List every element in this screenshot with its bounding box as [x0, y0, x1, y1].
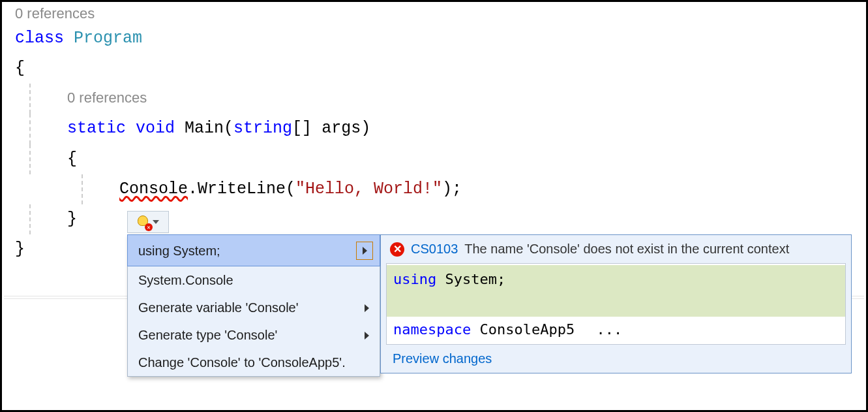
quickfix-item-generate-type[interactable]: Generate type 'Console' [128, 321, 380, 349]
error-span: Console [119, 180, 188, 198]
chevron-right-icon [365, 332, 369, 340]
quickfix-label: Change 'Console' to 'ConsoleApp5'. [138, 355, 346, 370]
code-line: { [15, 54, 866, 84]
error-icon: ✕ [390, 242, 404, 257]
chevron-right-icon [363, 247, 367, 255]
quickfix-label: System.Console [138, 273, 233, 288]
preview-footer: Preview changes [381, 345, 851, 373]
preview-changes-link[interactable]: Preview changes [393, 351, 492, 366]
quickfix-menu[interactable]: using System; System.Console Generate va… [127, 234, 380, 377]
codelens-class[interactable]: 0 references [15, 5, 866, 24]
quick-actions-popup: using System; System.Console Generate va… [127, 234, 852, 377]
submenu-indicator [356, 242, 373, 260]
preview-panel: ✕ CS0103 The name 'Console' does not exi… [380, 234, 852, 373]
quickfix-label: Generate type 'Console' [138, 328, 277, 343]
lightbulb-button[interactable]: ✕ [127, 211, 169, 233]
quickfix-item-system-console[interactable]: System.Console [128, 266, 380, 294]
quickfix-item-using-system[interactable]: using System; [127, 234, 380, 266]
codelens-method[interactable]: 0 references [67, 89, 147, 106]
error-message: The name 'Console' does not exist in the… [464, 242, 789, 257]
quickfix-item-generate-variable[interactable]: Generate variable 'Console' [128, 294, 380, 321]
dropdown-arrow-icon [153, 220, 159, 224]
diff-line-added [387, 294, 845, 317]
diff-line-added: using System; [387, 265, 845, 294]
diff-preview: using System; namespace ConsoleApp5 ... [386, 263, 846, 345]
quickfix-item-change-to[interactable]: Change 'Console' to 'ConsoleApp5'. [128, 349, 380, 376]
lightbulb-error-icon: ✕ [137, 215, 150, 229]
code-line: class Program [15, 24, 866, 54]
code-line: static void Main(string[] args) [15, 114, 866, 144]
error-header: ✕ CS0103 The name 'Console' does not exi… [381, 235, 851, 263]
diff-line: namespace ConsoleApp5 [387, 320, 581, 339]
chevron-right-icon [365, 304, 369, 312]
code-line: { [15, 144, 866, 174]
quickfix-label: Generate variable 'Console' [138, 300, 299, 315]
diff-line: ... [590, 320, 629, 339]
error-code[interactable]: CS0103 [411, 242, 458, 257]
code-line: 0 references [15, 84, 866, 114]
quickfix-label: using System; [138, 244, 220, 259]
code-line: Console.WriteLine("Hello, World!"); [15, 174, 866, 204]
